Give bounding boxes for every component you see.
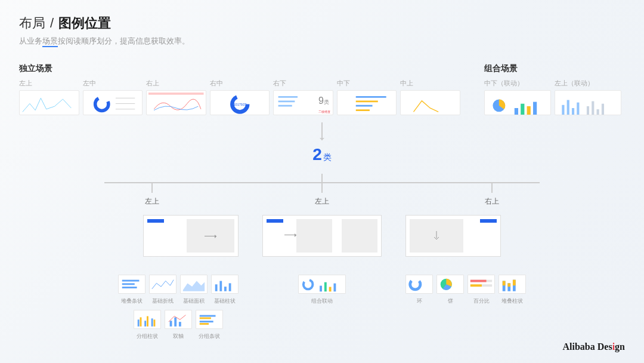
svg-rect-4 xyxy=(148,93,204,95)
svg-rect-42 xyxy=(174,317,177,326)
mini-chart xyxy=(467,275,495,294)
mini-chart xyxy=(165,310,192,329)
chart-thumbnail xyxy=(337,90,397,115)
mini-chart xyxy=(180,275,208,294)
mini-chart xyxy=(211,275,239,294)
svg-rect-19 xyxy=(562,105,564,115)
arrow-right-icon xyxy=(205,236,216,236)
pos-label: 左上（联动） xyxy=(555,79,621,88)
svg-rect-22 xyxy=(577,103,579,115)
mini-chart xyxy=(118,275,145,294)
pos-label: 右上 xyxy=(146,79,206,88)
chart-thumbnail xyxy=(19,90,79,115)
svg-rect-35 xyxy=(138,319,140,326)
pos-label: 中上 xyxy=(400,79,460,88)
chart-thumbnail xyxy=(83,90,143,115)
combined-section: 组合场景 中下（联动） 左上（联动） xyxy=(484,63,621,115)
arrow-down-icon xyxy=(321,122,323,140)
header: 布局 / 图例位置 从业务场景按阅读顺序划分，提高信息获取效率。 xyxy=(19,14,625,47)
mini-chart xyxy=(298,275,346,294)
mini-chart xyxy=(499,275,526,294)
chart-thumbnail: 1017937 xyxy=(210,90,270,115)
pos-label: 右中 xyxy=(210,79,270,88)
svg-rect-33 xyxy=(224,287,227,291)
svg-rect-62 xyxy=(507,283,510,287)
mini-chart xyxy=(436,275,464,294)
pos-label: 右下 xyxy=(273,79,333,88)
wireframe-left-top-1 xyxy=(143,215,239,257)
svg-text:1017937: 1017937 xyxy=(233,103,246,106)
svg-rect-38 xyxy=(147,316,148,327)
svg-rect-43 xyxy=(179,322,181,327)
mini-label: 基础折线 xyxy=(149,297,177,305)
independent-section: 独立场景 左上 左中 右上 右中 右下 中下 中上 1017937 9类 二级维… xyxy=(19,63,460,115)
tree-horizontal-line xyxy=(104,182,540,183)
mini-label: 堆叠条状 xyxy=(118,297,145,305)
svg-rect-56 xyxy=(470,280,487,282)
mini-label: 基础柱状 xyxy=(211,297,239,305)
chart-group-2: 组合联动 xyxy=(298,275,346,345)
svg-rect-49 xyxy=(320,286,322,292)
mini-label: 环 xyxy=(405,297,433,305)
category-count: 2类 xyxy=(19,145,625,164)
brand-logo: Alibaba Design xyxy=(563,342,625,352)
svg-rect-15 xyxy=(515,108,518,115)
svg-rect-40 xyxy=(153,319,155,326)
chart-thumbnail xyxy=(146,90,206,115)
chart-thumbnail xyxy=(484,90,551,115)
subtitle: 从业务场景按阅读顺序划分，提高信息获取效率。 xyxy=(19,36,625,47)
svg-point-48 xyxy=(304,280,313,290)
svg-rect-29 xyxy=(122,283,135,285)
mini-label: 堆叠柱状 xyxy=(499,297,526,305)
wireframe-right-top xyxy=(405,215,501,257)
bottom-chart-groups: 堆叠条状 基础折线 基础面积 基础柱状 分组柱状 双轴 分组条状 组合联 xyxy=(19,275,625,345)
mini-label: 分组柱状 xyxy=(134,333,161,340)
svg-rect-58 xyxy=(470,284,482,287)
svg-rect-51 xyxy=(329,287,332,291)
mini-label: 基础面积 xyxy=(180,297,208,305)
mini-chart xyxy=(196,310,223,329)
mini-chart xyxy=(134,310,161,329)
svg-rect-46 xyxy=(200,321,213,322)
branch-label: 左上 xyxy=(104,196,200,207)
svg-rect-41 xyxy=(170,321,172,327)
svg-rect-39 xyxy=(151,318,153,326)
mini-chart xyxy=(149,275,177,294)
svg-rect-23 xyxy=(587,106,589,115)
svg-rect-17 xyxy=(527,106,531,115)
page-title: 布局 / 图例位置 xyxy=(19,14,625,32)
chart-thumbnail: 9类 二级维度 xyxy=(273,90,333,115)
svg-rect-30 xyxy=(122,287,137,288)
title-main: 图例位置 xyxy=(58,14,111,32)
mini-label: 分组条状 xyxy=(196,333,223,340)
title-prefix: 布局 xyxy=(19,14,45,32)
arrow-right-icon xyxy=(284,235,296,235)
pos-label: 中下 xyxy=(337,79,397,88)
svg-rect-21 xyxy=(572,108,574,115)
thumbnails-combined xyxy=(484,90,621,115)
mini-label: 百分比 xyxy=(467,297,495,305)
chart-thumbnail xyxy=(400,90,460,115)
svg-rect-25 xyxy=(597,109,599,115)
branch-label: 右上 xyxy=(444,196,540,207)
svg-rect-34 xyxy=(229,283,231,291)
mini-label: 双轴 xyxy=(165,333,192,340)
svg-rect-18 xyxy=(533,102,537,115)
svg-point-53 xyxy=(410,279,420,290)
svg-rect-45 xyxy=(200,317,211,319)
tree-branches: 左上 左上 右上 xyxy=(104,183,540,207)
chart-group-1: 堆叠条状 基础折线 基础面积 基础柱状 分组柱状 双轴 分组条状 xyxy=(118,275,239,345)
wireframe-left-top-2 xyxy=(262,215,382,257)
arrow-down-icon xyxy=(431,230,442,242)
pos-label: 左中 xyxy=(83,79,143,88)
svg-rect-60 xyxy=(503,281,506,286)
wireframes-row xyxy=(19,215,625,257)
svg-rect-16 xyxy=(521,104,524,115)
svg-rect-24 xyxy=(592,101,594,115)
mini-chart xyxy=(405,275,433,294)
section-title-combined: 组合场景 xyxy=(484,63,621,74)
svg-point-0 xyxy=(95,97,108,110)
svg-rect-50 xyxy=(324,282,327,292)
section-title-independent: 独立场景 xyxy=(19,63,460,74)
mini-label: 组合联动 xyxy=(298,297,346,305)
